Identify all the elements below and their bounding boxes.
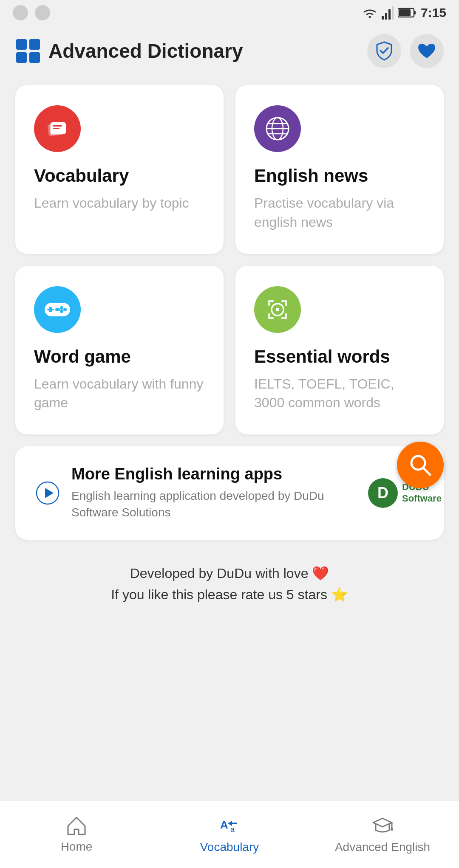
- more-apps-text: More English learning apps English learn…: [71, 465, 368, 521]
- svg-rect-14: [53, 125, 62, 127]
- svg-rect-23: [47, 309, 54, 310]
- vocabulary-icon-circle: [34, 105, 81, 152]
- footer: Developed by DuDu with love ❤️ If you li…: [15, 557, 444, 633]
- svg-point-24: [60, 306, 63, 310]
- essential-words-card-desc: IELTS, TOEFL, TOEIC, 3000 common words: [254, 375, 425, 413]
- nav-advanced-english-label: Advanced English: [335, 840, 430, 854]
- wifi-icon: [362, 7, 377, 19]
- status-icon-1: [13, 5, 28, 20]
- bottom-nav: Home A a Vocabulary Advanced English: [0, 800, 459, 868]
- word-game-card[interactable]: Word game Learn vocabulary with funny ga…: [15, 266, 224, 435]
- svg-rect-15: [53, 128, 60, 129]
- nav-home[interactable]: Home: [0, 800, 153, 868]
- vocabulary-card[interactable]: Vocabulary Learn vocabulary by topic: [15, 85, 224, 254]
- nav-vocabulary[interactable]: A a Vocabulary: [153, 800, 306, 868]
- status-left: [13, 5, 50, 20]
- more-apps-desc: English learning application developed b…: [71, 488, 368, 521]
- footer-line2: If you like this please rate us 5 stars …: [15, 586, 444, 603]
- word-game-card-desc: Learn vocabulary with funny game: [34, 375, 205, 413]
- svg-point-25: [63, 308, 67, 311]
- svg-rect-0: [382, 16, 384, 20]
- heart-icon: [417, 42, 436, 60]
- app-title: Advanced Dictionary: [48, 39, 243, 62]
- status-time: 7:15: [421, 6, 446, 20]
- svg-point-39: [391, 828, 393, 831]
- globe-icon: [264, 115, 291, 142]
- english-news-icon-circle: [254, 105, 301, 152]
- svg-rect-7: [16, 39, 27, 50]
- graduation-cap-icon: [371, 815, 394, 837]
- svg-line-34: [423, 468, 430, 475]
- status-bar: 7:15: [0, 0, 459, 25]
- svg-rect-5: [414, 11, 416, 14]
- favorite-button[interactable]: [410, 34, 444, 68]
- header-actions: [367, 34, 444, 68]
- essential-words-icon-circle: [254, 286, 301, 333]
- nav-advanced-english[interactable]: Advanced English: [306, 800, 459, 868]
- main-content: Vocabulary Learn vocabulary by topic Eng…: [0, 76, 459, 642]
- search-fab[interactable]: [397, 442, 444, 488]
- more-apps-card[interactable]: More English learning apps English learn…: [15, 446, 444, 539]
- word-game-icon-circle: [34, 286, 81, 333]
- vocabulary-card-title: Vocabulary: [34, 166, 205, 186]
- more-apps-left: More English learning apps English learn…: [36, 465, 368, 521]
- nav-vocabulary-label: Vocabulary: [200, 840, 259, 854]
- essential-words-card-title: Essential words: [254, 347, 425, 367]
- svg-text:a: a: [230, 825, 235, 834]
- app-brand: Advanced Dictionary: [15, 38, 243, 64]
- essential-words-card[interactable]: Essential words IELTS, TOEFL, TOEIC, 300…: [235, 266, 444, 435]
- svg-point-26: [60, 310, 63, 313]
- svg-rect-3: [392, 6, 394, 20]
- play-icon: [36, 480, 60, 506]
- svg-rect-28: [55, 308, 60, 311]
- more-apps-title: More English learning apps: [71, 465, 368, 483]
- nav-home-label: Home: [61, 840, 93, 854]
- english-news-card[interactable]: English news Practise vocabulary via eng…: [235, 85, 444, 254]
- word-game-card-title: Word game: [34, 347, 205, 367]
- translate-icon: A a: [218, 815, 241, 837]
- svg-rect-9: [16, 52, 27, 63]
- home-icon: [66, 815, 87, 837]
- svg-rect-6: [399, 9, 411, 16]
- vocabulary-icon: [45, 116, 70, 141]
- svg-point-30: [276, 308, 279, 311]
- dudu-circle: D: [368, 478, 398, 508]
- scan-icon: [264, 296, 291, 323]
- status-icon-2: [35, 5, 50, 20]
- vocabulary-card-desc: Learn vocabulary by topic: [34, 194, 205, 213]
- svg-marker-32: [45, 488, 54, 498]
- english-news-card-desc: Practise vocabulary via english news: [254, 194, 425, 232]
- signal-icon: [382, 6, 394, 20]
- top-bar: Advanced Dictionary: [0, 25, 459, 76]
- feature-grid: Vocabulary Learn vocabulary by topic Eng…: [15, 85, 444, 434]
- play-circle-icon: [36, 481, 60, 505]
- search-icon: [409, 454, 432, 476]
- footer-line1: Developed by DuDu with love ❤️: [15, 565, 444, 581]
- battery-icon: [398, 7, 416, 19]
- shield-check-icon: [375, 41, 393, 61]
- svg-rect-1: [385, 13, 387, 20]
- app-logo-icon: [15, 38, 41, 64]
- gamepad-icon: [44, 300, 71, 319]
- svg-rect-2: [388, 9, 391, 20]
- svg-rect-8: [29, 39, 40, 50]
- svg-rect-10: [29, 52, 40, 63]
- svg-text:A: A: [220, 818, 228, 831]
- shield-button[interactable]: [367, 34, 401, 68]
- status-right: 7:15: [362, 6, 446, 20]
- english-news-card-title: English news: [254, 166, 425, 186]
